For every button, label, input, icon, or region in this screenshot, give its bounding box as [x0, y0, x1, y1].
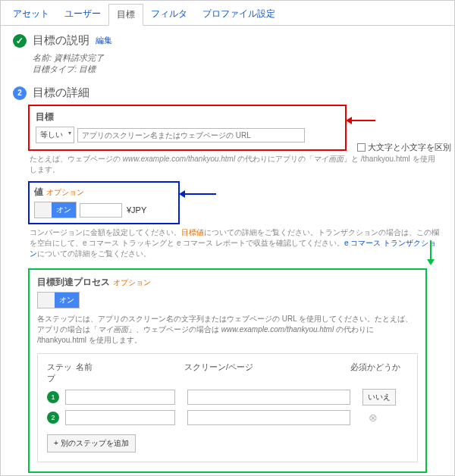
- tab-users[interactable]: ユーザー: [57, 4, 108, 25]
- tab-goals[interactable]: 目標: [108, 4, 143, 26]
- edit-link[interactable]: 編集: [96, 35, 112, 46]
- add-step-button[interactable]: + 別のステップを追加: [47, 434, 136, 453]
- step-name-input[interactable]: [65, 410, 175, 425]
- box-title: 目標: [36, 111, 339, 124]
- tab-profile-settings[interactable]: プロファイル設定: [195, 4, 283, 25]
- destination-input[interactable]: [77, 128, 305, 142]
- tab-filters[interactable]: フィルタ: [143, 4, 195, 25]
- funnel-steps-table: ステップ 名前 スクリーン/ページ 必須かどうか 1 いいえ 2 ⊗: [37, 353, 418, 462]
- value-toggle[interactable]: オン: [34, 202, 77, 218]
- goal-details-section: 2 目標の詳細 目標 等しい 大文字と小文字を区別 たとえば、ウェブページの w…: [13, 86, 442, 473]
- delete-step-icon[interactable]: ⊗: [369, 412, 378, 424]
- goal-destination-box: 目標 等しい: [28, 105, 347, 151]
- currency-label: ¥JPY: [127, 205, 146, 215]
- goal-description-section: 目標の説明 編集 名前: 資料請求完了 目標タイプ: 目標: [13, 33, 442, 75]
- arrow-blue-icon: [181, 193, 216, 195]
- section-title: 目標の詳細: [33, 86, 89, 100]
- step-number-icon: 2: [47, 412, 59, 424]
- funnel-step-row: 2 ⊗: [47, 410, 408, 425]
- required-toggle[interactable]: いいえ: [362, 389, 396, 406]
- section-title: 目標の説明: [33, 33, 89, 48]
- funnel-step-row: 1 いいえ: [47, 389, 408, 406]
- checkmark-icon: [13, 34, 27, 48]
- arrow-green-icon: [430, 240, 431, 263]
- step-screen-input[interactable]: [187, 410, 350, 425]
- funnel-box: 目標到達プロセスオプション オン 各ステップには、アプリのスクリーン名の文字列ま…: [28, 268, 427, 473]
- match-type-select[interactable]: 等しい: [36, 127, 74, 143]
- funnel-description: 各ステップには、アプリのスクリーン名の文字列またはウェブページの URL を使用…: [37, 314, 418, 346]
- step-name-input[interactable]: [65, 390, 175, 405]
- checkbox-icon[interactable]: [357, 143, 366, 152]
- tab-bar: アセット ユーザー 目標 フィルタ プロファイル設定: [1, 1, 454, 26]
- destination-hint: たとえば、ウェブページの www.example.com/thankyou.ht…: [30, 154, 442, 175]
- step-screen-input[interactable]: [187, 390, 350, 405]
- funnel-toggle[interactable]: オン: [37, 292, 80, 308]
- case-sensitive-checkbox-row[interactable]: 大文字と小文字を区別: [357, 142, 451, 153]
- value-hint: コンバージョンに金額を設定してください。目標値についての詳細をご覧ください。トラ…: [30, 227, 442, 259]
- value-input[interactable]: [80, 203, 122, 218]
- goal-value-box: 値オプション オン ¥JPY: [28, 181, 180, 224]
- step-2-icon: 2: [13, 86, 27, 100]
- tab-assets[interactable]: アセット: [5, 4, 57, 25]
- arrow-red-icon: [348, 120, 375, 121]
- step-number-icon: 1: [47, 391, 59, 403]
